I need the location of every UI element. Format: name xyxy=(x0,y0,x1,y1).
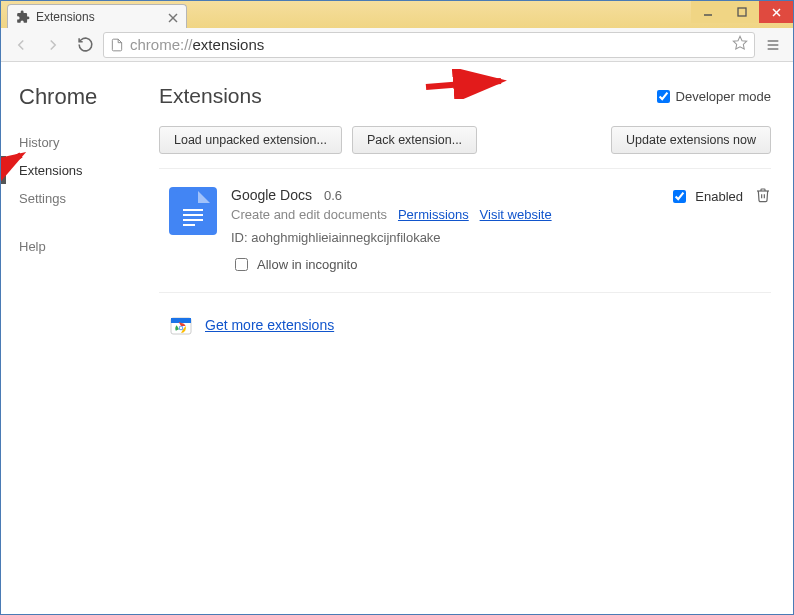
developer-mode-label: Developer mode xyxy=(676,89,771,104)
tab-close-icon[interactable] xyxy=(168,12,178,22)
get-more-extensions-link[interactable]: Get more extensions xyxy=(205,317,334,333)
load-unpacked-button[interactable]: Load unpacked extension... xyxy=(159,126,342,154)
sidebar-item-history[interactable]: History xyxy=(1,128,151,156)
window-minimize-button[interactable] xyxy=(691,1,725,23)
page-icon xyxy=(110,38,124,52)
dev-button-row: Load unpacked extension... Pack extensio… xyxy=(159,126,771,169)
sidebar-item-help[interactable]: Help xyxy=(1,232,151,260)
developer-mode-toggle[interactable]: Developer mode xyxy=(657,89,771,104)
extension-row: Google Docs 0.6 Create and edit document… xyxy=(159,169,771,293)
main-panel: Extensions Developer mode Load unpacked … xyxy=(151,62,793,614)
svg-marker-6 xyxy=(733,36,746,49)
sidebar-item-extensions[interactable]: Extensions xyxy=(1,156,151,184)
window-titlebar: Extensions xyxy=(1,1,793,28)
url-text: chrome://extensions xyxy=(130,36,726,53)
forward-button[interactable] xyxy=(39,31,67,59)
extension-id-value: aohghmighlieiainnegkcijnfilokake xyxy=(251,230,440,245)
extension-description: Create and edit documents xyxy=(231,207,387,222)
extension-version: 0.6 xyxy=(324,188,342,203)
svg-rect-14 xyxy=(183,224,195,226)
allow-incognito-label: Allow in incognito xyxy=(257,257,357,272)
visit-website-link[interactable]: Visit website xyxy=(480,207,552,222)
address-bar[interactable]: chrome://extensions xyxy=(103,32,755,58)
reload-button[interactable] xyxy=(71,31,99,59)
window-maximize-button[interactable] xyxy=(725,1,759,23)
tab-title: Extensions xyxy=(36,10,162,24)
page-content: Chrome History Extensions Settings Help … xyxy=(1,62,793,614)
extension-details: Google Docs 0.6 Create and edit document… xyxy=(217,187,669,274)
back-button[interactable] xyxy=(7,31,35,59)
svg-rect-16 xyxy=(171,318,191,323)
bookmark-star-icon[interactable] xyxy=(732,35,748,55)
permissions-link[interactable]: Permissions xyxy=(398,207,469,222)
chrome-webstore-icon xyxy=(169,313,193,337)
puzzle-piece-icon xyxy=(16,10,30,24)
browser-toolbar: chrome://extensions xyxy=(1,28,793,62)
svg-rect-13 xyxy=(183,219,203,221)
enabled-label: Enabled xyxy=(695,189,743,204)
developer-mode-checkbox[interactable] xyxy=(657,90,670,103)
extension-id-label: ID: xyxy=(231,230,248,245)
window-close-button[interactable] xyxy=(759,1,793,23)
allow-incognito-checkbox[interactable] xyxy=(235,258,248,271)
trash-icon[interactable] xyxy=(755,187,771,207)
enabled-checkbox[interactable] xyxy=(673,190,686,203)
extension-name: Google Docs xyxy=(231,187,312,203)
enabled-toggle[interactable]: Enabled xyxy=(669,187,743,206)
browser-tab[interactable]: Extensions xyxy=(7,4,187,28)
svg-rect-12 xyxy=(183,214,203,216)
tab-strip: Extensions xyxy=(1,1,691,28)
settings-sidebar: Chrome History Extensions Settings Help xyxy=(1,62,151,614)
svg-rect-11 xyxy=(183,209,203,211)
sidebar-item-settings[interactable]: Settings xyxy=(1,184,151,212)
svg-point-19 xyxy=(180,327,183,330)
svg-rect-3 xyxy=(738,8,746,16)
page-heading: Extensions xyxy=(159,84,657,108)
window-controls xyxy=(691,1,793,23)
menu-button[interactable] xyxy=(759,31,787,59)
pack-extension-button[interactable]: Pack extension... xyxy=(352,126,477,154)
allow-incognito-toggle[interactable]: Allow in incognito xyxy=(231,255,669,274)
get-more-row: Get more extensions xyxy=(159,293,771,337)
google-docs-icon xyxy=(169,187,217,235)
sidebar-brand: Chrome xyxy=(19,84,151,110)
update-extensions-button[interactable]: Update extensions now xyxy=(611,126,771,154)
